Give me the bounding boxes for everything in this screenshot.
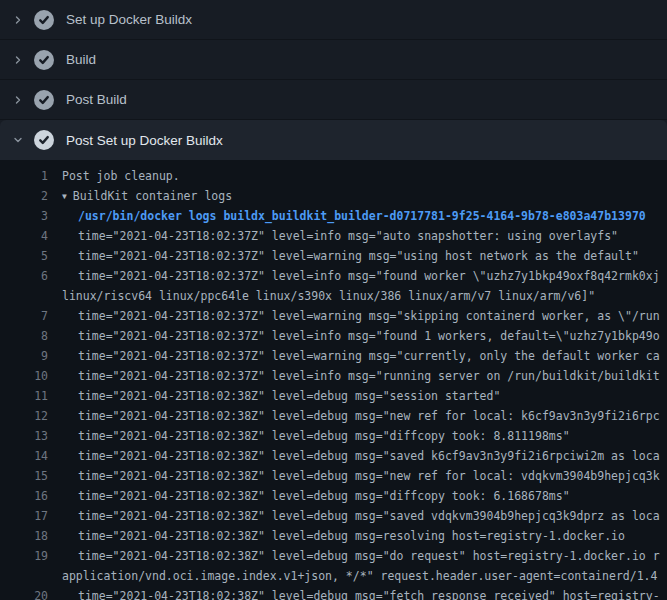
log-text-container: linux/riscv64 linux/ppc64le linux/s390x … [48, 286, 595, 306]
log-text: time="2021-04-23T18:02:37Z" level=info m… [78, 329, 660, 343]
step-title: Post Build [66, 92, 127, 107]
log-text-container: time="2021-04-23T18:02:37Z" level=warnin… [48, 306, 660, 326]
log-text-container: /usr/bin/docker logs buildx_buildkit_bui… [48, 206, 646, 226]
group-collapse-triangle-icon[interactable]: ▼ [62, 187, 67, 206]
log-text-container: time="2021-04-23T18:02:38Z" level=debug … [48, 446, 660, 466]
log-text-container: Post job cleanup. [48, 166, 180, 186]
line-number[interactable]: 20 [0, 586, 48, 600]
log-line: 18time="2021-04-23T18:02:38Z" level=debu… [0, 526, 667, 546]
log-text-container: time="2021-04-23T18:02:38Z" level=debug … [48, 506, 660, 526]
line-number[interactable]: 13 [0, 426, 48, 446]
log-line: 20time="2021-04-23T18:02:38Z" level=debu… [0, 586, 667, 600]
log-line: 15time="2021-04-23T18:02:38Z" level=debu… [0, 466, 667, 486]
log-line: 9time="2021-04-23T18:02:37Z" level=warni… [0, 346, 667, 366]
steps-list: Set up Docker BuildxBuildPost BuildPost … [0, 0, 667, 160]
line-number[interactable]: 7 [0, 306, 48, 326]
log-line: 2▼BuildKit container logs [0, 186, 667, 206]
check-circle-icon [34, 130, 54, 150]
log-text: time="2021-04-23T18:02:38Z" level=debug … [78, 589, 660, 600]
step-title: Set up Docker Buildx [66, 12, 192, 27]
step-row-post-set-up-docker-buildx[interactable]: Post Set up Docker Buildx [0, 120, 667, 160]
log-text: time="2021-04-23T18:02:38Z" level=debug … [78, 409, 660, 423]
line-number[interactable]: 10 [0, 366, 48, 386]
step-row-post-build[interactable]: Post Build [0, 80, 667, 120]
line-number [0, 286, 48, 306]
line-number[interactable]: 5 [0, 246, 48, 266]
log-text: linux/riscv64 linux/ppc64le linux/s390x … [62, 289, 595, 303]
log-line: 1Post job cleanup. [0, 166, 667, 186]
line-number[interactable]: 17 [0, 506, 48, 526]
log-text: time="2021-04-23T18:02:37Z" level=info m… [78, 269, 660, 283]
line-number[interactable]: 14 [0, 446, 48, 466]
log-text-container: time="2021-04-23T18:02:38Z" level=debug … [48, 546, 660, 566]
log-line: 11time="2021-04-23T18:02:38Z" level=debu… [0, 386, 667, 406]
log-line: 3/usr/bin/docker logs buildx_buildkit_bu… [0, 206, 667, 226]
step-title: Post Set up Docker Buildx [66, 133, 223, 148]
log-line: 19time="2021-04-23T18:02:38Z" level=debu… [0, 546, 667, 566]
log-text-container: time="2021-04-23T18:02:37Z" level=info m… [48, 226, 618, 246]
check-circle-icon [34, 50, 54, 70]
log-text-container: application/vnd.oci.image.index.v1+json,… [48, 566, 657, 586]
line-number[interactable]: 6 [0, 266, 48, 286]
log-line: 17time="2021-04-23T18:02:38Z" level=debu… [0, 506, 667, 526]
log-text: time="2021-04-23T18:02:38Z" level=debug … [78, 449, 660, 463]
line-number[interactable]: 18 [0, 526, 48, 546]
line-number[interactable]: 15 [0, 466, 48, 486]
log-text: time="2021-04-23T18:02:38Z" level=debug … [78, 389, 500, 403]
check-circle-icon [34, 90, 54, 110]
line-number[interactable]: 9 [0, 346, 48, 366]
log-line: 4time="2021-04-23T18:02:37Z" level=info … [0, 226, 667, 246]
log-text-container: time="2021-04-23T18:02:38Z" level=debug … [48, 386, 500, 406]
chevron-down-icon[interactable] [12, 132, 24, 148]
log-text: time="2021-04-23T18:02:37Z" level=warnin… [78, 309, 660, 323]
log-line: 13time="2021-04-23T18:02:38Z" level=debu… [0, 426, 667, 446]
log-text-container: time="2021-04-23T18:02:37Z" level=info m… [48, 326, 660, 346]
log-text-container: time="2021-04-23T18:02:37Z" level=warnin… [48, 346, 660, 366]
line-number[interactable]: 1 [0, 166, 48, 186]
log-line: linux/riscv64 linux/ppc64le linux/s390x … [0, 286, 667, 306]
line-number[interactable]: 4 [0, 226, 48, 246]
log-text: time="2021-04-23T18:02:38Z" level=debug … [78, 469, 660, 483]
log-output: 1Post job cleanup.2▼BuildKit container l… [0, 160, 667, 600]
log-text-container: time="2021-04-23T18:02:38Z" level=debug … [48, 406, 660, 426]
chevron-right-icon[interactable] [12, 92, 24, 108]
log-text: time="2021-04-23T18:02:38Z" level=debug … [78, 429, 570, 443]
log-text-container: time="2021-04-23T18:02:37Z" level=warnin… [48, 246, 639, 266]
log-line: 6time="2021-04-23T18:02:37Z" level=info … [0, 266, 667, 286]
chevron-right-icon[interactable] [12, 52, 24, 68]
log-line: 14time="2021-04-23T18:02:38Z" level=debu… [0, 446, 667, 466]
line-number[interactable]: 3 [0, 206, 48, 226]
log-text-container: time="2021-04-23T18:02:38Z" level=debug … [48, 526, 625, 546]
chevron-right-icon[interactable] [12, 12, 24, 28]
log-line: application/vnd.oci.image.index.v1+json,… [0, 566, 667, 586]
command-text: /usr/bin/docker logs buildx_buildkit_bui… [78, 209, 646, 223]
line-number [0, 566, 48, 586]
log-text-container: time="2021-04-23T18:02:38Z" level=debug … [48, 586, 660, 600]
check-circle-icon [34, 10, 54, 30]
log-text: BuildKit container logs [73, 189, 232, 203]
log-text: application/vnd.oci.image.index.v1+json,… [62, 569, 657, 583]
log-line: 10time="2021-04-23T18:02:37Z" level=info… [0, 366, 667, 386]
log-text: time="2021-04-23T18:02:38Z" level=debug … [78, 549, 660, 563]
log-text-container: time="2021-04-23T18:02:38Z" level=debug … [48, 426, 570, 446]
line-number[interactable]: 11 [0, 386, 48, 406]
log-text-container: time="2021-04-23T18:02:37Z" level=info m… [48, 266, 660, 286]
step-row-build[interactable]: Build [0, 40, 667, 80]
line-number[interactable]: 2 [0, 186, 48, 206]
step-title: Build [66, 52, 96, 67]
log-text: time="2021-04-23T18:02:37Z" level=info m… [78, 369, 660, 383]
line-number[interactable]: 8 [0, 326, 48, 346]
log-line: 5time="2021-04-23T18:02:37Z" level=warni… [0, 246, 667, 266]
log-text: time="2021-04-23T18:02:37Z" level=info m… [78, 229, 618, 243]
log-text: time="2021-04-23T18:02:38Z" level=debug … [78, 509, 660, 523]
line-number[interactable]: 16 [0, 486, 48, 506]
line-number[interactable]: 12 [0, 406, 48, 426]
log-text-container: ▼BuildKit container logs [48, 186, 232, 206]
log-text: time="2021-04-23T18:02:38Z" level=debug … [78, 489, 570, 503]
log-text: time="2021-04-23T18:02:38Z" level=debug … [78, 529, 625, 543]
log-line: 16time="2021-04-23T18:02:38Z" level=debu… [0, 486, 667, 506]
log-text: time="2021-04-23T18:02:37Z" level=warnin… [78, 349, 660, 363]
step-row-set-up-docker-buildx[interactable]: Set up Docker Buildx [0, 0, 667, 40]
line-number[interactable]: 19 [0, 546, 48, 566]
log-line: 12time="2021-04-23T18:02:38Z" level=debu… [0, 406, 667, 426]
